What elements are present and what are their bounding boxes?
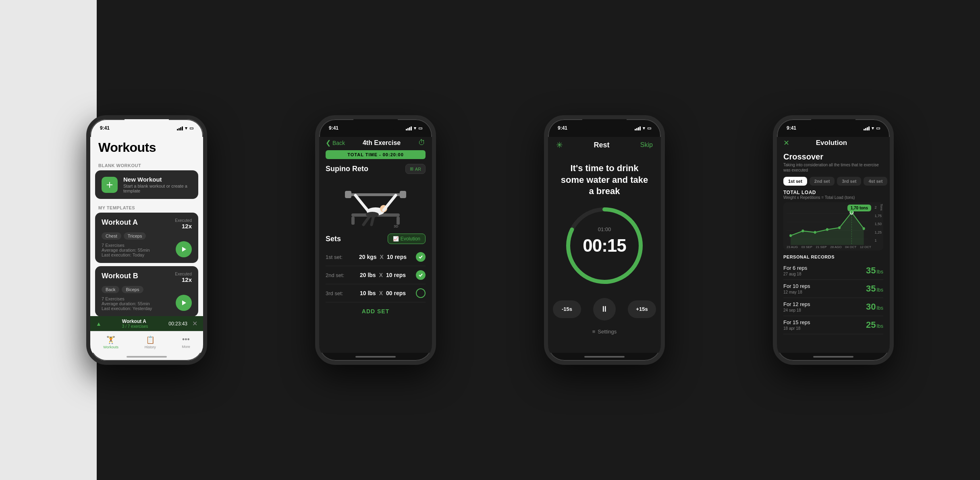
svg-rect-5 (351, 217, 355, 225)
set-2-check[interactable] (416, 270, 426, 280)
workout-a-executed: Executed 12x (175, 218, 192, 230)
set-1-reps: 10 reps (387, 254, 407, 260)
signal-icon (177, 126, 183, 130)
tag-chest: Chest (102, 232, 121, 240)
svg-line-12 (355, 195, 368, 210)
workouts-tab-icon: 🏋 (106, 335, 115, 344)
sets-section: Sets 📈 Evolution 1st set: 20 kgs X 10 re… (319, 234, 432, 320)
pause-button[interactable]: ⏸ (593, 298, 616, 321)
battery-icon-4: ▭ (876, 126, 880, 131)
notch (125, 119, 169, 130)
pr-1-info: For 6 reps 27 aug 18 (783, 265, 807, 276)
mini-player-subtitle: 3 / 7 exercises (122, 324, 148, 329)
phone-exercise: 9:41 ▾ ▭ ❮ Back 4th Exercise ⏱ (315, 115, 436, 365)
timer-icon[interactable]: ⏱ (418, 139, 426, 147)
more-tab-label: More (182, 345, 190, 349)
pr-4-value-group: 25 lbs (866, 320, 883, 330)
workouts-screen: Workouts BLANK WORKOUT New Workout Start… (90, 137, 203, 316)
home-indicator (90, 353, 203, 361)
set-row-2[interactable]: 2nd set: 20 lbs X 10 reps (326, 266, 426, 284)
x-label-1: 23 AUG (787, 245, 798, 249)
workouts-header: Workouts (90, 137, 203, 160)
rest-settings[interactable]: ≡ Settings (592, 329, 617, 335)
skip-button[interactable]: Skip (640, 141, 653, 149)
workout-b-executed: Executed 12x (175, 272, 192, 283)
set-2-values: 20 lbs X 10 reps (360, 272, 406, 278)
history-tab-icon: 📋 (146, 335, 155, 344)
timer-circle: 01:00 00:15 (564, 205, 645, 286)
home-indicator-3 (548, 353, 661, 361)
evolution-button[interactable]: 📈 Evolution (388, 234, 426, 244)
tag-biceps: Biceps (122, 286, 143, 293)
pr-2-value: 35 (866, 283, 876, 294)
home-bar-3 (584, 356, 625, 358)
set-row-3[interactable]: 3rd set: 10 lbs X 00 reps (326, 284, 426, 302)
y-label-2: 1,75 (874, 214, 882, 218)
set-row-1[interactable]: 1st set: 20 kgs X 10 reps (326, 248, 426, 266)
workout-b-header: Workout B Executed 12x (102, 272, 192, 283)
blank-workout-card[interactable]: New Workout Start a blank workout or cre… (95, 170, 198, 199)
pr-row-2: For 10 reps 12 may 18 35 lbs (783, 280, 883, 298)
pr-2-unit: lbs (876, 287, 883, 293)
mini-player-time: 00:23:43 (168, 321, 187, 327)
mini-close-icon[interactable]: ✕ (192, 320, 197, 327)
set-tab-2[interactable]: 2nd set (810, 177, 835, 186)
home-bar (127, 356, 167, 358)
sets-header: Sets 📈 Evolution (326, 234, 426, 244)
tab-more[interactable]: ••• More (182, 335, 190, 349)
svg-point-27 (826, 228, 828, 231)
minus-15-button[interactable]: -15s (553, 300, 581, 318)
exercise-detail-desc: Taking into consideration all the times … (783, 162, 883, 173)
mini-player-info: Workout A 3 / 7 exercises (122, 319, 148, 329)
my-templates-label: MY TEMPLATES (90, 202, 203, 213)
mini-player[interactable]: ▲ Workout A 3 / 7 exercises 00:23:43 ✕ (90, 316, 203, 331)
workout-a-play-btn[interactable] (176, 241, 192, 257)
pr-row-3: For 12 reps 24 sep 18 30 lbs (783, 298, 883, 316)
timer-total-time: 01:00 (598, 226, 611, 232)
back-button[interactable]: ❮ Back (326, 139, 345, 147)
executed-label-b: Executed (175, 272, 192, 276)
set-3-weight: 10 lbs (360, 290, 376, 296)
set-tab-3[interactable]: 3rd set (837, 177, 861, 186)
workout-card-b[interactable]: Workout B Executed 12x Back Biceps 7 Exe… (95, 266, 198, 316)
set-tab-4[interactable]: 4st set (864, 177, 887, 186)
ar-grid-icon: ⊞ (410, 166, 413, 172)
close-button[interactable]: ✕ (783, 139, 789, 147)
settings-label: Settings (598, 329, 617, 335)
evolution-header: ✕ Evolution (777, 137, 890, 151)
chart-tooltip: 1,70 tons (847, 205, 871, 211)
workout-b-play-btn[interactable] (176, 295, 192, 311)
chart-icon: 📈 (393, 236, 399, 242)
phone-evolution: 9:41 ▾ ▭ ✕ Evolution Crossover Tak (773, 115, 894, 365)
workout-a-header: Workout A Executed 12x (102, 218, 192, 230)
tab-history[interactable]: 📋 History (145, 335, 156, 349)
set-tab-1[interactable]: 1st set (783, 177, 807, 186)
set-2-weight: 20 lbs (360, 272, 376, 278)
exercise-detail-name: Crossover (783, 152, 883, 161)
svg-rect-6 (397, 217, 400, 225)
ar-button[interactable]: ⊞ AR (405, 164, 426, 174)
pr-3-reps: For 12 reps (783, 301, 810, 307)
y-label-5: 1 (874, 238, 882, 242)
workout-card-a[interactable]: Workout A Executed 12x Chest Triceps 7 E… (95, 213, 198, 263)
pr-4-unit: lbs (876, 323, 883, 329)
exercise-screen-title: 4th Exercise (363, 139, 401, 147)
add-set-button[interactable]: ADD SET (326, 302, 426, 320)
wifi-icon-3: ▾ (643, 126, 645, 131)
svg-line-13 (384, 195, 396, 210)
wifi-icon-4: ▾ (872, 126, 874, 131)
set-3-values: 10 lbs X 00 reps (360, 290, 406, 296)
x-label-5: 04 OCT (845, 245, 856, 249)
svg-rect-9 (400, 191, 406, 198)
mini-player-title: Workout A (122, 319, 148, 324)
back-chevron-icon: ❮ (326, 139, 331, 147)
set-3-check[interactable] (416, 288, 426, 298)
pr-row-1: For 6 reps 27 aug 18 35 lbs (783, 262, 883, 280)
set-1-check[interactable] (416, 252, 426, 262)
plus-15-button[interactable]: +15s (628, 300, 656, 318)
chart-section: TOTAL LOAD Weight x Repetitions = Total … (777, 190, 890, 254)
set-2-label: 2nd set: (326, 272, 350, 278)
tab-workouts[interactable]: 🏋 Workouts (103, 335, 118, 349)
sets-title: Sets (326, 235, 341, 243)
blank-workout-text: New Workout Start a blank workout or cre… (123, 176, 192, 193)
